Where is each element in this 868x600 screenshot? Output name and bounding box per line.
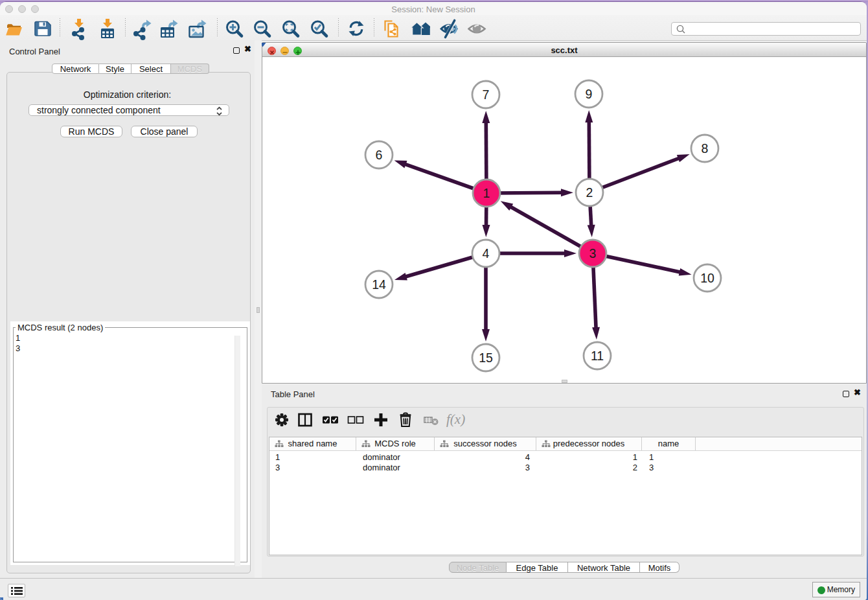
svg-text:14: 14 [372, 277, 386, 292]
svg-text:9: 9 [586, 87, 593, 101]
svg-text:7: 7 [483, 87, 490, 102]
svg-text:2: 2 [586, 185, 593, 200]
svg-text:8: 8 [702, 141, 709, 156]
svg-text:10: 10 [700, 271, 714, 285]
svg-text:4: 4 [483, 246, 490, 260]
svg-text:15: 15 [479, 351, 493, 365]
svg-text:1: 1 [483, 186, 490, 200]
svg-text:3: 3 [589, 246, 597, 260]
svg-text:11: 11 [591, 349, 604, 363]
svg-text:6: 6 [376, 148, 383, 162]
